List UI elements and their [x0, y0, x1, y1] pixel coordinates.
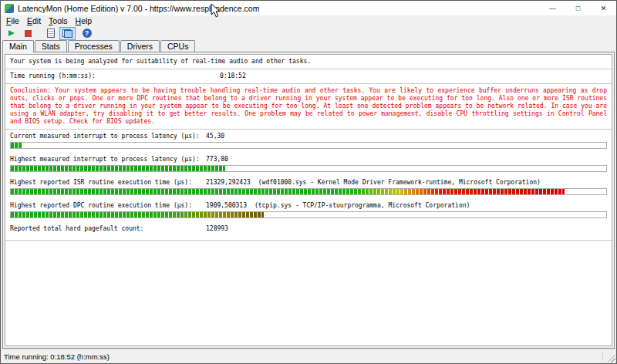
metric-value: 21329,292423: [206, 179, 251, 187]
window-controls: —□✕: [540, 1, 616, 15]
metric-label: Highest reported ISR routine execution t…: [10, 179, 206, 187]
tab-processes[interactable]: Processes: [68, 40, 120, 52]
status-text: Time running: 0:18:52 (h:mm:ss): [4, 352, 110, 361]
toolbar: ?: [1, 26, 616, 40]
time-running-value: 0:18:52: [220, 72, 246, 80]
metric-line: Highest reported DPC routine execution t…: [10, 202, 607, 210]
metric-line: Highest measured interrupt to process la…: [10, 156, 607, 163]
metric-driver-note: (tcpip.sys - TCP/IP-stuurprogramma, Micr…: [255, 202, 470, 210]
latency-bar-track: [10, 188, 607, 195]
copy-report-button[interactable]: [42, 27, 59, 40]
metric-label: Highest reported DPC routine execution t…: [10, 202, 206, 210]
metric-value: 773,80: [206, 156, 228, 163]
metric-driver-note: (wdf01000.sys - Kernel Mode Driver Frame…: [258, 179, 541, 187]
report-area: Your system is being analyzed for suitab…: [5, 54, 612, 346]
separator: [5, 129, 612, 130]
metric-value: 45,30: [206, 133, 224, 140]
metric-row: Highest measured interrupt to process la…: [10, 156, 607, 172]
metric-value: 1909,500313: [206, 202, 247, 210]
stop-monitor-button[interactable]: [20, 27, 36, 40]
metrics-list: Current measured interrupt to process la…: [10, 133, 607, 233]
metric-label: Current measured interrupt to process la…: [10, 133, 206, 140]
latency-bar-track: [10, 165, 607, 172]
statusbar-divider: [602, 352, 603, 361]
time-running-row: Time running (h:mm:ss): 0:18:52: [10, 72, 607, 80]
minimize-button[interactable]: —: [540, 1, 565, 15]
titlebar[interactable]: LatencyMon (Home Edition) v 7.00 - https…: [1, 1, 616, 15]
separator: [5, 69, 612, 69]
close-button[interactable]: ✕: [591, 1, 616, 15]
metric-line: Current measured interrupt to process la…: [10, 133, 607, 140]
metric-label: Reported total hard pagefault count:: [10, 225, 206, 233]
stop-icon: [25, 30, 32, 37]
menu-edit[interactable]: Edit: [23, 16, 45, 25]
metric-row: Highest reported DPC routine execution t…: [10, 202, 607, 218]
metric-line: Highest reported ISR routine execution t…: [10, 179, 607, 187]
tab-drivers[interactable]: Drivers: [120, 40, 160, 52]
menu-tools[interactable]: Tools: [45, 16, 72, 25]
help-icon: ?: [83, 29, 92, 38]
conclusion-text: Conclusion: Your system appears to be ha…: [10, 87, 607, 126]
metric-label: Highest measured interrupt to process la…: [10, 156, 206, 163]
time-running-label: Time running (h:mm:ss):: [10, 72, 220, 80]
tab-main[interactable]: Main: [2, 40, 34, 52]
tab-cpus[interactable]: CPUs: [160, 40, 195, 52]
menu-help[interactable]: Help: [72, 16, 96, 25]
app-icon: [5, 4, 14, 13]
metric-line: Reported total hard pagefault count: 128…: [10, 225, 607, 233]
windows-icon: [62, 29, 72, 38]
separator: [5, 240, 612, 241]
maximize-button[interactable]: □: [565, 1, 591, 15]
report-icon: [47, 29, 55, 38]
separator: [5, 83, 612, 84]
latency-bar-fill: [11, 166, 225, 171]
metric-value: 128993: [206, 225, 228, 233]
latency-bar-track: [10, 211, 607, 218]
resize-grip[interactable]: [605, 352, 615, 362]
latency-bar-track: [10, 142, 607, 149]
menu-bar: FileEditToolsHelp: [1, 15, 616, 26]
start-monitor-button[interactable]: [3, 27, 19, 40]
latency-bar-fill: [11, 212, 264, 217]
metric-row: Current measured interrupt to process la…: [10, 133, 607, 149]
play-icon: [8, 30, 15, 36]
main-panel: Your system is being analyzed for suitab…: [2, 52, 615, 349]
window-title: LatencyMon (Home Edition) v 7.00 - https…: [18, 4, 259, 13]
help-button[interactable]: ?: [79, 27, 95, 40]
tab-bar: MainStatsProcessesDriversCPUs: [1, 40, 616, 52]
menu-file[interactable]: File: [2, 16, 23, 25]
tab-stats[interactable]: Stats: [35, 40, 67, 52]
metric-row: Highest reported ISR routine execution t…: [10, 179, 607, 195]
latency-bar-fill: [11, 143, 22, 148]
latencymon-window: { "window": { "title": "LatencyMon (Home…: [0, 0, 617, 364]
latency-bar-fill: [11, 189, 565, 194]
analysis-status-text: Your system is being analyzed for suitab…: [10, 58, 607, 66]
status-bar: Time running: 0:18:52 (h:mm:ss): [1, 349, 616, 363]
capture-window-button[interactable]: [59, 27, 76, 40]
metric-row: Reported total hard pagefault count: 128…: [10, 225, 607, 233]
